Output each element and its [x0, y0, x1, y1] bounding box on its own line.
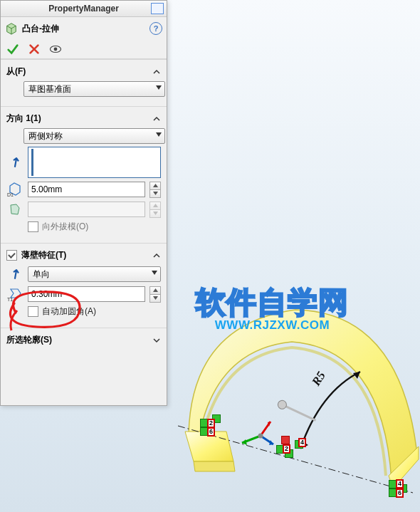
feature-name: 凸台-拉伸	[22, 23, 59, 35]
panel-titlebar: PropertyManager	[1, 1, 167, 17]
from-label: 从(F)	[6, 66, 26, 78]
action-bar	[1, 40, 167, 59]
svg-point-3	[276, 399, 288, 410]
relation-tag: 4	[298, 438, 306, 447]
draft-spinner	[149, 202, 161, 218]
relation-tag: 6	[207, 427, 215, 437]
relation-tag: 2	[207, 419, 215, 428]
thin-label: 薄壁特征(T)	[21, 249, 66, 261]
from-section: 从(F) 草图基准面	[1, 59, 167, 106]
draft-outward-checkbox	[28, 221, 38, 232]
thin-reverse-icon[interactable]: ↗	[6, 265, 24, 284]
chevron-up-icon[interactable]	[152, 68, 161, 76]
draft-angle-input	[28, 202, 145, 217]
draft-outward-label: 向外拔模(O)	[42, 221, 88, 233]
from-combo[interactable]: 草图基准面	[23, 81, 165, 97]
reverse-direction-icon[interactable]: ↗	[6, 153, 24, 172]
svg-point-1	[258, 434, 263, 439]
preview-icon[interactable]	[49, 43, 62, 56]
help-icon[interactable]: ?	[149, 22, 162, 35]
model-preview	[149, 263, 420, 506]
svg-text:D1: D1	[7, 192, 14, 197]
chevron-up-icon[interactable]	[152, 115, 161, 123]
feature-header: 凸台-拉伸 ?	[1, 17, 167, 40]
draft-outward-row: 向外拔模(O)	[28, 221, 161, 233]
relation-tag: 2	[283, 444, 290, 454]
svg-point-5	[54, 48, 58, 51]
auto-fillet-row: 自动加圆角(A)	[28, 305, 161, 318]
thickness-spinner[interactable]	[149, 286, 161, 303]
panel-title: PropertyManager	[48, 4, 119, 14]
direction1-section: 方向 1(1) 两侧对称 ↗ D1 5.00mm	[1, 106, 167, 243]
end-condition-combo[interactable]: 两侧对称	[23, 128, 165, 144]
cancel-button[interactable]	[28, 43, 41, 56]
pin-icon[interactable]	[151, 3, 164, 14]
svg-line-0	[178, 426, 413, 493]
contour-label: 所选轮廓(S)	[6, 334, 52, 346]
watermark: 软件自学网 WWW.RJZXW.COM	[196, 283, 349, 333]
thickness-icon: T1	[6, 286, 23, 303]
thin-enabled-checkbox[interactable]	[6, 250, 17, 261]
direction-selection-box[interactable]	[28, 147, 161, 178]
thickness-input[interactable]: 0.30mm	[28, 286, 145, 302]
chevron-up-icon[interactable]	[152, 251, 161, 260]
depth-spinner[interactable]	[149, 182, 161, 198]
thin-section: 薄壁特征(T) ↗ 单向 T1 0.30mm	[1, 243, 167, 328]
depth-input[interactable]: 5.00mm	[28, 182, 145, 197]
chevron-down-icon[interactable]	[152, 336, 161, 345]
relation-tag: 4	[396, 479, 404, 489]
extrude-icon	[5, 22, 18, 35]
draft-icon[interactable]	[6, 201, 23, 218]
svg-text:T1: T1	[7, 297, 13, 302]
property-manager-panel: PropertyManager 凸台-拉伸 ? 从(F) 草图基准面	[0, 0, 167, 406]
ok-button[interactable]	[6, 43, 19, 56]
depth-icon: D1	[6, 181, 23, 198]
direction1-label: 方向 1(1)	[6, 113, 41, 125]
viewport-3d[interactable]: R5 2 6 2 4 4 6 软件自学网 WWW.RJZXW.COM Prope…	[0, 0, 420, 512]
radius-dimension[interactable]: R5	[309, 369, 328, 388]
thin-type-combo[interactable]: 单向	[28, 266, 161, 282]
auto-fillet-checkbox[interactable]	[28, 306, 38, 317]
contour-section: 所选轮廓(S)	[1, 328, 167, 355]
auto-fillet-label: 自动加圆角(A)	[42, 305, 96, 318]
relation-tag: 6	[396, 489, 404, 498]
svg-rect-2	[283, 404, 317, 422]
